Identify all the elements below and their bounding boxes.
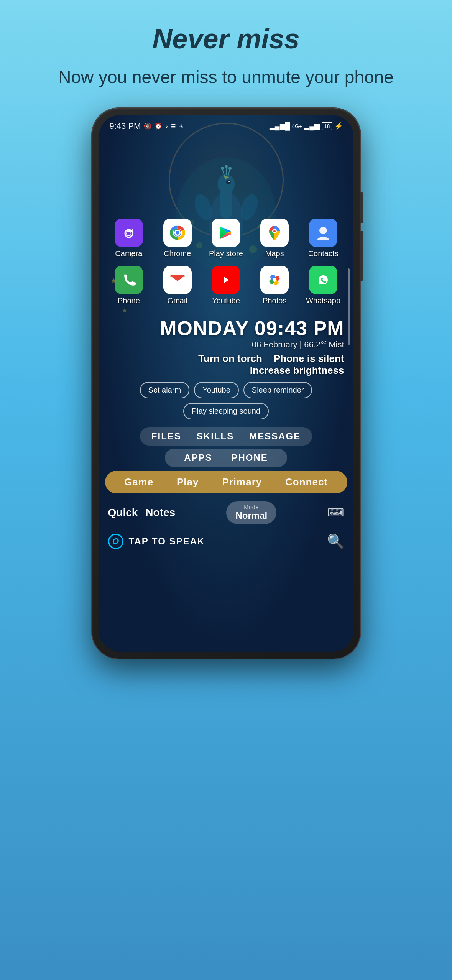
toolbar-quick[interactable]: Quick	[108, 506, 138, 519]
nav-tab-group2: APPS PHONE	[165, 449, 287, 467]
status-time: 9:43 PM	[110, 121, 141, 131]
tap-to-speak[interactable]: TAP TO SPEAK	[129, 536, 205, 547]
widget-actions: Turn on torch Phone is silent	[108, 353, 344, 365]
keyboard-icon[interactable]: ⌨	[327, 506, 344, 519]
svg-point-8	[225, 165, 228, 168]
other-icon: ☰	[171, 123, 176, 129]
svg-rect-20	[127, 230, 131, 232]
svg-point-27	[273, 230, 276, 232]
brightness-btn[interactable]: Increase brightness	[108, 365, 344, 377]
nav-tab-group1: FILES SKILLS MESSAGE	[140, 427, 312, 446]
mute-icon: 🔇	[144, 122, 151, 130]
pill-youtube[interactable]: Youtube	[194, 382, 239, 398]
page-header: Never miss Now you never miss to unmute …	[28, 0, 424, 100]
bottom-toolbar: Quick Notes Mode Normal ⌨	[99, 497, 353, 528]
widget-area: MONDAY 09:43 PM 06 February | 66.2°f Mis…	[99, 313, 353, 377]
scroll-indicator	[348, 268, 350, 345]
settings-icon: ✳	[179, 123, 184, 129]
pill-set-alarm[interactable]: Set alarm	[140, 382, 190, 398]
bar-connect[interactable]: Connect	[285, 476, 328, 488]
youtube-label: Youtube	[212, 296, 240, 305]
widget-date: 06 February | 66.2°f Mist	[108, 340, 344, 350]
tab-skills[interactable]: SKILLS	[197, 431, 234, 442]
app-grid-row2: Phone	[99, 266, 353, 313]
svg-point-33	[273, 278, 276, 282]
status-right: ▂▄▆█ 4G+ ▂▄▆ 18 ⚡	[270, 122, 343, 130]
svg-point-11	[228, 181, 230, 182]
photos-label: Photos	[263, 296, 286, 305]
app-camera[interactable]: Camera	[107, 219, 151, 258]
phone-screen: ★ ★ ★ ★ 9:43 PM 🔇 ⏰ ♪ ☰ ✳ ▂▄▆█	[99, 115, 353, 652]
widget-time: MONDAY 09:43 PM	[108, 317, 344, 340]
pill-sleeping-sound[interactable]: Play sleeping sound	[183, 403, 269, 419]
bottom-bar: Game Play Primary Connect	[105, 471, 347, 493]
status-left: 9:43 PM 🔇 ⏰ ♪ ☰ ✳	[110, 121, 184, 131]
svg-point-28	[319, 227, 327, 234]
mode-badge[interactable]: Mode Normal	[226, 501, 276, 524]
page-subtitle: Now you never miss to unmute your phone	[58, 66, 393, 89]
whatsapp-label: Whatsapp	[306, 296, 340, 305]
mode-value: Normal	[235, 510, 267, 521]
app-gmail[interactable]: Gmail	[155, 266, 200, 305]
app-whatsapp[interactable]: Whatsapp	[301, 266, 346, 305]
network-type: 4G+	[292, 123, 302, 129]
search-icon[interactable]: 🔍	[327, 533, 344, 549]
gmail-label: Gmail	[168, 296, 187, 305]
gmail-icon-img	[163, 266, 192, 294]
alarm-icon: ⏰	[155, 122, 162, 130]
voice-symbol: O	[112, 536, 119, 546]
contacts-label: Contacts	[308, 249, 339, 258]
bar-game[interactable]: Game	[124, 476, 153, 488]
nav-tabs-row1: FILES SKILLS MESSAGE	[105, 427, 347, 446]
playstore-label: Play store	[209, 249, 243, 258]
contacts-icon-img	[309, 219, 337, 247]
svg-point-10	[226, 180, 231, 184]
phone-icon-img	[115, 266, 143, 294]
page-title: Never miss	[58, 23, 393, 54]
app-maps[interactable]: Maps	[252, 219, 297, 258]
svg-point-9	[228, 167, 232, 170]
app-photos[interactable]: Photos	[252, 266, 297, 305]
app-grid: Camera	[99, 211, 353, 266]
app-chrome[interactable]: Chrome	[155, 219, 200, 258]
phone-mockup: ★ ★ ★ ★ 9:43 PM 🔇 ⏰ ♪ ☰ ✳ ▂▄▆█	[92, 108, 360, 659]
tab-message[interactable]: MESSAGE	[249, 431, 301, 442]
youtube-icon-img	[212, 266, 240, 294]
mode-label: Mode	[235, 504, 267, 510]
svg-point-7	[221, 167, 224, 170]
phone-label: Phone	[118, 296, 140, 305]
whatsapp-icon-img	[309, 266, 337, 294]
charging-icon: ⚡	[334, 122, 343, 130]
app-youtube[interactable]: Youtube	[204, 266, 248, 305]
battery: 18	[322, 122, 332, 130]
torch-btn[interactable]: Turn on torch	[198, 353, 262, 365]
maps-icon-img	[260, 219, 289, 247]
tab-phone[interactable]: PHONE	[232, 452, 268, 463]
pill-sleep-reminder[interactable]: Sleep reminder	[243, 382, 312, 398]
svg-point-25	[176, 231, 179, 235]
tab-apps[interactable]: APPS	[184, 452, 212, 463]
app-playstore[interactable]: Play store	[204, 219, 248, 258]
camera-icon-img	[115, 219, 143, 247]
photos-icon-img	[260, 266, 289, 294]
maps-label: Maps	[265, 249, 284, 258]
voice-bar: O TAP TO SPEAK 🔍	[99, 528, 353, 561]
nav-tabs-row2: APPS PHONE	[105, 449, 347, 467]
voice-circle[interactable]: O	[108, 534, 123, 549]
tab-files[interactable]: FILES	[151, 431, 181, 442]
silent-btn[interactable]: Phone is silent	[274, 353, 344, 365]
bar-play[interactable]: Play	[177, 476, 199, 488]
svg-point-21	[132, 229, 133, 231]
chrome-label: Chrome	[164, 249, 191, 258]
signal-bars2: ▂▄▆	[304, 122, 320, 130]
phone-outer: ★ ★ ★ ★ 9:43 PM 🔇 ⏰ ♪ ☰ ✳ ▂▄▆█	[92, 108, 360, 659]
toolbar-left: Quick Notes	[108, 506, 176, 519]
camera-label: Camera	[115, 249, 142, 258]
chrome-icon-img	[163, 219, 192, 247]
tiktok-icon: ♪	[165, 123, 168, 129]
bar-primary[interactable]: Primary	[222, 476, 262, 488]
app-phone[interactable]: Phone	[107, 266, 151, 305]
toolbar-notes[interactable]: Notes	[145, 506, 175, 519]
status-bar: 9:43 PM 🔇 ⏰ ♪ ☰ ✳ ▂▄▆█ 4G+ ▂▄▆ 18 ⚡	[99, 115, 353, 134]
app-contacts[interactable]: Contacts	[301, 219, 346, 258]
